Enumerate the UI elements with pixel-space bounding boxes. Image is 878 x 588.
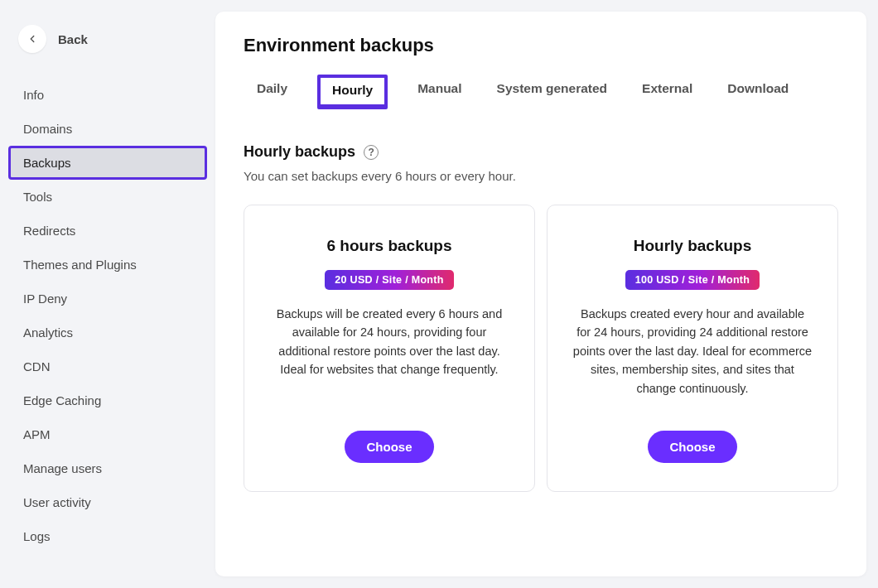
tabs: Daily Hourly Manual System generated Ext… (244, 75, 838, 110)
arrow-left-icon (27, 33, 38, 45)
sidebar-item-user-activity[interactable]: User activity (8, 485, 207, 519)
back-button[interactable] (18, 25, 46, 53)
sidebar-item-cdn[interactable]: CDN (8, 349, 207, 383)
tab-hourly[interactable]: Hourly (317, 75, 388, 109)
section-header: Hourly backups ? (244, 143, 838, 161)
sidebar-item-logs[interactable]: Logs (8, 519, 207, 553)
sidebar-nav: Info Domains Backups Tools Redirects The… (8, 78, 207, 553)
tab-download[interactable]: Download (722, 75, 794, 109)
plan-description: Backups will be created every 6 hours an… (269, 305, 509, 398)
section-title: Hourly backups (244, 143, 355, 161)
sidebar-item-themes-plugins[interactable]: Themes and Plugins (8, 248, 207, 282)
tab-daily[interactable]: Daily (252, 75, 292, 109)
sidebar-item-ip-deny[interactable]: IP Deny (8, 282, 207, 316)
back-row: Back (8, 25, 207, 73)
tab-external[interactable]: External (637, 75, 697, 109)
plan-price-badge: 20 USD / Site / Month (325, 270, 453, 290)
help-icon[interactable]: ? (364, 145, 379, 160)
plan-card-6-hours: 6 hours backups 20 USD / Site / Month Ba… (244, 205, 535, 492)
main-panel: Environment backups Daily Hourly Manual … (215, 12, 866, 576)
plan-title: Hourly backups (634, 237, 752, 255)
plan-card-hourly: Hourly backups 100 USD / Site / Month Ba… (547, 205, 838, 492)
sidebar-item-redirects[interactable]: Redirects (8, 214, 207, 248)
sidebar-item-analytics[interactable]: Analytics (8, 316, 207, 349)
plan-price-badge: 100 USD / Site / Month (625, 270, 760, 290)
plan-cards: 6 hours backups 20 USD / Site / Month Ba… (244, 205, 838, 492)
choose-button-6-hours[interactable]: Choose (345, 431, 433, 463)
page-title: Environment backups (244, 35, 838, 56)
sidebar-item-backups[interactable]: Backups (8, 146, 207, 180)
plan-description: Backups created every hour and available… (572, 305, 813, 398)
choose-button-hourly[interactable]: Choose (648, 431, 736, 463)
sidebar-item-manage-users[interactable]: Manage users (8, 451, 207, 485)
sidebar-item-domains[interactable]: Domains (8, 112, 207, 146)
plan-title: 6 hours backups (327, 237, 452, 255)
sidebar-item-info[interactable]: Info (8, 78, 207, 112)
sidebar-item-apm[interactable]: APM (8, 417, 207, 451)
tab-manual[interactable]: Manual (412, 75, 466, 109)
tab-system-generated[interactable]: System generated (492, 75, 613, 109)
sidebar-item-edge-caching[interactable]: Edge Caching (8, 383, 207, 417)
sidebar: Back Info Domains Backups Tools Redirect… (0, 0, 215, 588)
back-label: Back (58, 32, 88, 46)
section-subtitle: You can set backups every 6 hours or eve… (244, 169, 838, 183)
sidebar-item-tools[interactable]: Tools (8, 180, 207, 214)
